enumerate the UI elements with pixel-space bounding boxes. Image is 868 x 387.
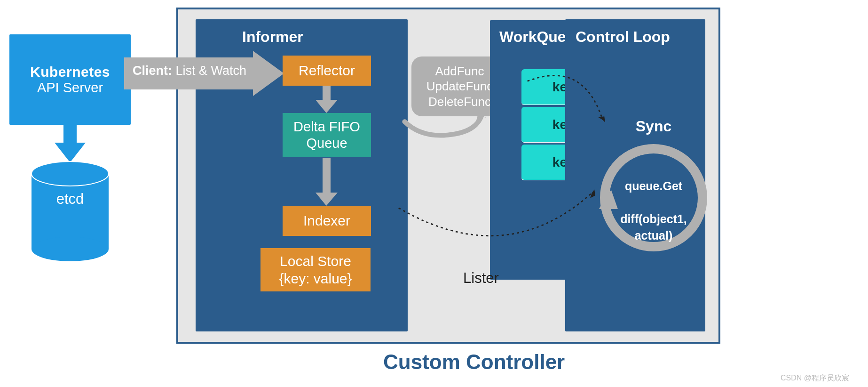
deletefunc-label: DeleteFunc: [428, 94, 491, 110]
sync-loop: Sync queue.Get diff(object1, actual): [588, 118, 719, 264]
local-store-box: Local Store {key: value}: [260, 248, 371, 291]
watermark: CSDN @程序员欣宸: [781, 373, 849, 383]
client-strong: Client:: [133, 64, 172, 78]
arrow-reflector-to-delta-icon: [316, 86, 338, 113]
updatefunc-label: UpdateFunc: [426, 79, 493, 94]
sync-inner-text: queue.Get diff(object1, actual): [588, 178, 719, 244]
control-loop-title: Control Loop: [576, 28, 670, 46]
local-store-l1: Local Store: [280, 252, 351, 270]
reflector-box: Reflector: [283, 56, 371, 86]
client-rest: List & Watch: [172, 64, 246, 78]
arrow-delta-to-indexer-icon: [316, 158, 338, 206]
indexer-box: Indexer: [283, 206, 371, 236]
arrow-to-etcd-icon: [52, 125, 88, 162]
sync-title: Sync: [588, 118, 719, 135]
kubernetes-api-server-box: Kubernetes API Server: [9, 34, 131, 125]
local-store-l2: {key: value}: [279, 270, 352, 288]
delta-fifo-queue-box: Delta FIFO Queue: [283, 113, 371, 157]
etcd-cylinder-icon: [31, 161, 110, 262]
etcd-label: etcd: [31, 191, 110, 208]
informer-title: Informer: [242, 28, 303, 46]
client-arrow-label: Client: List & Watch: [133, 64, 246, 78]
addfunc-label: AddFunc: [435, 64, 484, 79]
diagram-stage: Kubernetes API Server etcd Custom Contro…: [0, 0, 868, 387]
svg-point-2: [32, 237, 109, 261]
k8s-subtitle: API Server: [37, 80, 103, 96]
k8s-title: Kubernetes: [30, 64, 110, 80]
lister-label: Lister: [463, 270, 499, 287]
custom-controller-title: Custom Controller: [383, 350, 565, 374]
